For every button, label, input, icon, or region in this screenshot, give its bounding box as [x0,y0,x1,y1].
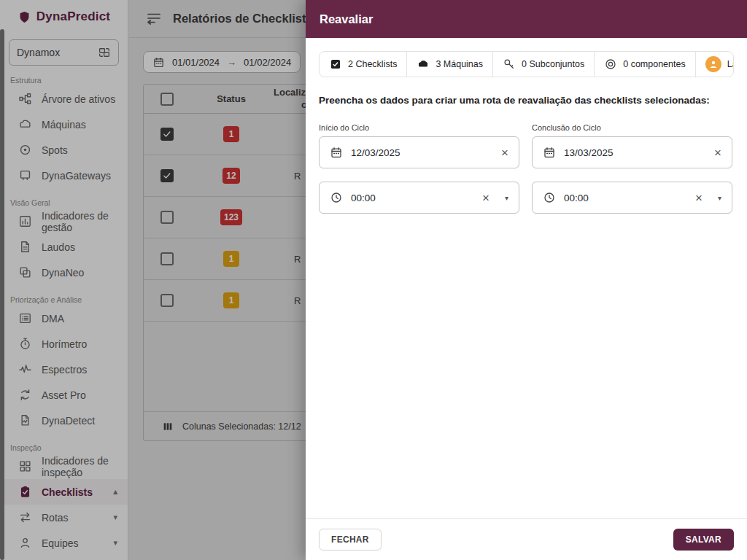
cycle-end-date-value: 13/03/2025 [564,147,614,158]
cycle-start-time-select[interactable]: 00:00 × ▾ [319,182,519,214]
summary-chip-machines: 3 Máquinas [406,52,492,77]
cycle-start-date-value: 12/03/2025 [351,147,400,158]
drawer-body: 2 Checklists 3 Máquinas 0 Subconjuntos 0… [306,38,747,518]
clear-icon[interactable]: × [482,192,489,204]
summary-chip-checklists: 2 Checklists [320,52,406,77]
summary-chip-user: Larissa Rod... [695,52,734,77]
cycle-start-date-input[interactable]: 12/03/2025 × [319,136,519,168]
close-button[interactable]: FECHAR [319,529,382,551]
subassembly-key-icon [503,58,516,71]
clear-icon[interactable]: × [714,147,721,159]
drawer-header: Reavaliar [306,0,747,38]
calendar-icon [543,146,556,159]
summary-chip-subassemblies: 0 Subconjuntos [492,52,594,77]
screen: DynaPredict Dynamox Estrutura Árvore de … [0,0,747,560]
cycle-fields: Início do Ciclo Conclusão do Ciclo 12/03… [319,123,734,227]
clear-icon[interactable]: × [501,147,508,159]
caret-down-icon[interactable]: ▾ [505,194,508,202]
cycle-start-label: Início do Ciclo [319,123,519,132]
save-button[interactable]: SALVAR [673,529,734,551]
summary-components-count: 0 componentes [623,59,685,69]
clock-icon [543,191,556,204]
drawer-title: Reavaliar [320,12,373,26]
summary-subassemblies-count: 0 Subconjuntos [522,59,584,69]
modal-overlay[interactable] [0,0,306,560]
user-name: Larissa Rod... [727,59,734,69]
reavaliar-drawer: Reavaliar 2 Checklists 3 Máquinas 0 Subc… [306,0,747,560]
clock-icon [330,191,343,204]
selection-summary-bar: 2 Checklists 3 Máquinas 0 Subconjuntos 0… [319,51,734,77]
cycle-end-label: Conclusão do Ciclo [532,123,732,132]
cycle-end-time-value: 00:00 [564,192,589,203]
summary-machines-count: 3 Máquinas [436,59,483,69]
caret-down-icon[interactable]: ▾ [718,194,721,202]
calendar-icon [330,146,343,159]
component-target-icon [604,58,617,71]
summary-chip-components: 0 componentes [594,52,694,77]
cycle-start-time-value: 00:00 [351,192,376,203]
cycle-end-date-input[interactable]: 13/03/2025 × [532,136,732,168]
checkbox-filled-icon [329,58,342,71]
cycle-end-time-select[interactable]: 00:00 × ▾ [532,182,732,214]
drawer-instruction: Preencha os dados para criar uma rota de… [319,95,734,106]
summary-checklists-count: 2 Checklists [348,59,397,69]
user-avatar [705,56,721,72]
machine-filled-icon [417,58,430,71]
clear-icon[interactable]: × [695,192,703,204]
drawer-footer: FECHAR SALVAR [306,518,747,560]
